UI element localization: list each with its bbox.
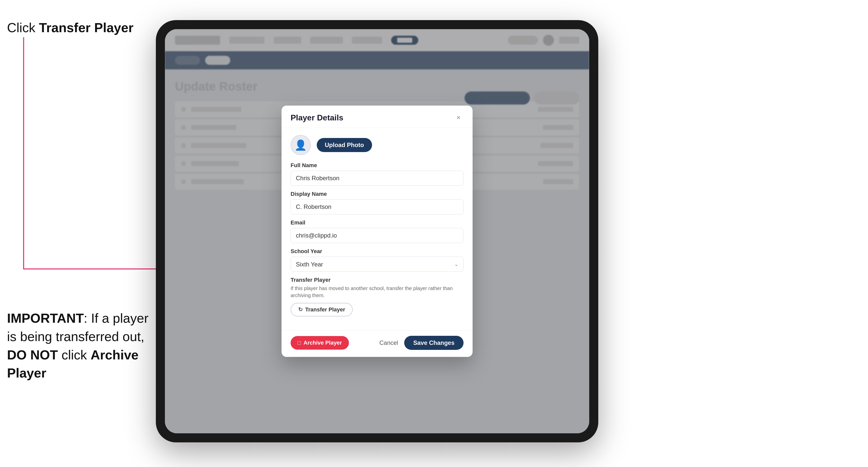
tablet-frame: Update Roster bbox=[156, 20, 598, 442]
player-details-modal: Player Details × 👤 Upload Photo Full Nam bbox=[282, 105, 473, 357]
save-changes-button[interactable]: Save Changes bbox=[404, 336, 464, 350]
modal-body: 👤 Upload Photo Full Name Display Name bbox=[282, 128, 473, 331]
user-icon: 👤 bbox=[294, 139, 307, 151]
archive-player-button[interactable]: □ Archive Player bbox=[290, 336, 349, 350]
footer-right-buttons: Cancel Save Changes bbox=[379, 336, 464, 350]
modal-overlay: Player Details × 👤 Upload Photo Full Nam bbox=[165, 29, 589, 433]
instruction-important: IMPORTANT bbox=[7, 311, 84, 325]
transfer-section-label: Transfer Player bbox=[290, 277, 464, 283]
cancel-button[interactable]: Cancel bbox=[379, 339, 398, 346]
school-year-label: School Year bbox=[290, 248, 464, 255]
transfer-player-section: Transfer Player If this player has moved… bbox=[290, 277, 464, 316]
display-name-label: Display Name bbox=[290, 191, 464, 197]
instruction-bold: Transfer Player bbox=[39, 20, 133, 35]
school-year-field: School Year First Year Second Year Third… bbox=[290, 248, 464, 272]
transfer-player-button[interactable]: ↻ Transfer Player bbox=[290, 303, 353, 316]
display-name-field: Display Name bbox=[290, 191, 464, 214]
full-name-input[interactable] bbox=[290, 171, 464, 186]
avatar-upload-row: 👤 Upload Photo bbox=[290, 135, 464, 155]
instruction-do-not: DO NOT bbox=[7, 348, 58, 362]
tablet-screen: Update Roster bbox=[165, 29, 589, 433]
transfer-button-label: Transfer Player bbox=[305, 306, 345, 313]
email-input[interactable] bbox=[290, 228, 464, 243]
instruction-top: Click Transfer Player bbox=[7, 20, 133, 35]
archive-button-label: Archive Player bbox=[303, 340, 342, 346]
transfer-icon: ↻ bbox=[298, 306, 303, 313]
email-field-container: Email bbox=[290, 219, 464, 243]
avatar-circle: 👤 bbox=[290, 135, 311, 155]
modal-header: Player Details × bbox=[282, 105, 473, 128]
instruction-text2: click bbox=[58, 348, 91, 362]
transfer-section-description: If this player has moved to another scho… bbox=[290, 285, 464, 299]
instruction-bottom: IMPORTANT: If a player is being transfer… bbox=[7, 309, 153, 382]
email-label: Email bbox=[290, 219, 464, 226]
full-name-label: Full Name bbox=[290, 162, 464, 169]
modal-footer: □ Archive Player Cancel Save Changes bbox=[282, 331, 473, 357]
modal-title: Player Details bbox=[290, 113, 343, 122]
full-name-field: Full Name bbox=[290, 162, 464, 186]
modal-close-button[interactable]: × bbox=[454, 113, 464, 123]
display-name-input[interactable] bbox=[290, 199, 464, 214]
arrow-line-vertical bbox=[23, 37, 24, 269]
instruction-prefix: Click bbox=[7, 20, 39, 35]
upload-photo-button[interactable]: Upload Photo bbox=[317, 138, 372, 152]
school-year-select[interactable]: First Year Second Year Third Year Fourth… bbox=[290, 257, 464, 272]
archive-icon: □ bbox=[298, 340, 301, 346]
school-year-select-wrapper: First Year Second Year Third Year Fourth… bbox=[290, 257, 464, 272]
